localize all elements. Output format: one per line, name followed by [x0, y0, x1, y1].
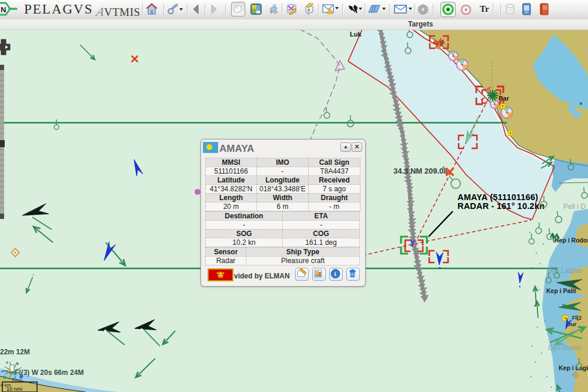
- svg-text:34.3 NM 209.08: 34.3 NM 209.08: [393, 167, 448, 175]
- svg-text:22m 12M: 22m 12M: [0, 348, 30, 356]
- svg-text:i: i: [335, 270, 336, 277]
- svg-text:Gji i Lalzes: Gji i Lalzes: [547, 267, 582, 275]
- svg-text:Fl(3) W 20s 66m 24M: Fl(3) W 20s 66m 24M: [15, 368, 83, 377]
- svg-text:Gjiri Dures: Gjiri Dures: [548, 344, 582, 352]
- svg-text:AMAYA (511101166): AMAYA (511101166): [457, 192, 538, 202]
- svg-text:RADAR - 161° 10.2kn: RADAR - 161° 10.2kn: [457, 201, 544, 211]
- svg-text:Fl(2: Fl(2: [572, 315, 582, 321]
- svg-text:Luk: Luk: [350, 31, 362, 38]
- svg-text:N: N: [1, 5, 6, 14]
- svg-text:10 nmi: 10 nmi: [6, 386, 22, 392]
- svg-text:Kep i Palit: Kep i Palit: [546, 287, 576, 294]
- svg-text:°: °: [442, 165, 445, 172]
- svg-text:Kep i Lagi: Kep i Lagi: [559, 364, 588, 371]
- svg-text:Pell i D: Pell i D: [563, 202, 586, 211]
